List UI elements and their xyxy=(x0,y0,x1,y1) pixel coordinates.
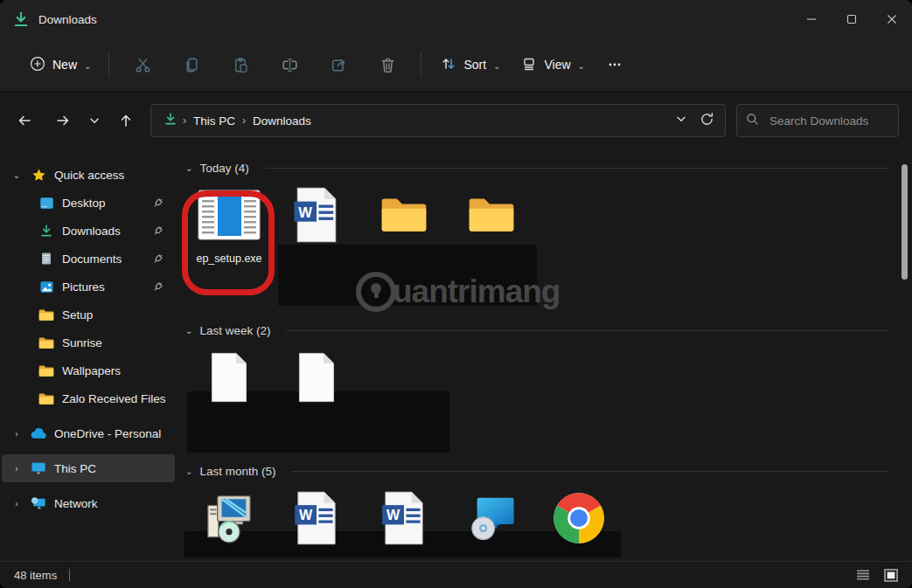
sidebar-item-label: This PC xyxy=(54,462,96,475)
sidebar-item-this-pc[interactable]: › This PC xyxy=(2,454,175,482)
toolbar-separator xyxy=(421,52,421,78)
maximize-button[interactable] xyxy=(832,0,872,38)
paste-button[interactable] xyxy=(216,47,265,82)
file-item-disc-image[interactable] xyxy=(448,485,535,555)
rename-button[interactable] xyxy=(265,47,314,82)
share-icon xyxy=(330,56,348,74)
sidebar-item-label: Network xyxy=(54,497,98,510)
view-button-label: View xyxy=(544,58,570,72)
downloads-icon xyxy=(38,223,54,239)
refresh-button[interactable] xyxy=(700,112,714,130)
sidebar-item-desktop[interactable]: Desktop xyxy=(2,189,175,217)
folder-icon xyxy=(38,307,54,322)
toolbar-separator xyxy=(108,52,109,78)
delete-button[interactable] xyxy=(363,47,412,82)
sidebar-item-sunrise[interactable]: Sunrise xyxy=(2,329,175,356)
file-item-legacy-installer[interactable] xyxy=(185,485,273,555)
watermark: uantrimang xyxy=(356,272,560,312)
details-view-button[interactable] xyxy=(853,565,874,585)
file-item-chrome[interactable] xyxy=(535,485,623,555)
document-icon xyxy=(38,251,54,266)
group-divider xyxy=(291,471,889,472)
forward-button[interactable] xyxy=(47,105,79,136)
plus-circle-icon xyxy=(30,56,45,74)
chevron-down-icon[interactable]: ⌄ xyxy=(185,163,192,173)
minimize-button[interactable] xyxy=(791,0,832,38)
file-item-folder[interactable] xyxy=(448,182,535,266)
cut-button[interactable] xyxy=(118,47,167,82)
word-document-icon: W xyxy=(295,485,338,551)
new-button-label: New xyxy=(52,58,77,72)
sidebar-item-label: Desktop xyxy=(62,197,106,210)
chevron-right-icon[interactable]: › xyxy=(10,429,23,439)
copy-button[interactable] xyxy=(167,47,216,82)
sidebar-item-setup[interactable]: Setup xyxy=(2,301,175,329)
chevron-down-icon xyxy=(88,114,101,127)
file-item-word-document[interactable]: W xyxy=(273,485,360,555)
chevron-right-icon[interactable]: › xyxy=(10,499,23,508)
file-list-pane: uantrimang ⌄ Today (4) ep_setup.exe W xyxy=(177,149,912,561)
file-item-word-document[interactable]: W xyxy=(273,182,360,266)
breadcrumb-this-pc[interactable]: This PC xyxy=(188,111,240,131)
ellipsis-icon xyxy=(607,57,623,73)
blank-file-icon xyxy=(296,344,337,411)
search-input[interactable] xyxy=(768,114,881,128)
view-button[interactable]: View ⌄ xyxy=(511,49,595,81)
group-divider xyxy=(286,330,889,331)
sort-button[interactable]: Sort ⌄ xyxy=(430,49,511,81)
breadcrumb-downloads[interactable]: Downloads xyxy=(247,111,317,131)
desktop-icon xyxy=(38,195,54,211)
sidebar-item-network[interactable]: › Network xyxy=(2,489,175,517)
view-icon xyxy=(521,56,537,74)
chevron-down-icon[interactable]: ⌄ xyxy=(185,326,192,336)
more-options-button[interactable] xyxy=(595,47,634,82)
group-header-label[interactable]: Last month (5) xyxy=(199,465,275,478)
sidebar-item-onedrive[interactable]: › OneDrive - Personal xyxy=(2,419,175,447)
downloads-icon xyxy=(12,10,30,28)
sidebar-item-label: Downloads xyxy=(62,225,121,238)
navigation-bar: › This PC › Downloads xyxy=(0,93,912,149)
sidebar-item-pictures[interactable]: Pictures xyxy=(2,273,175,301)
file-item-blank-file[interactable] xyxy=(273,344,360,414)
sidebar-item-documents[interactable]: Documents xyxy=(2,245,175,273)
breadcrumb-chevron-icon: › xyxy=(181,114,188,127)
large-thumbnails-view-button[interactable] xyxy=(881,565,902,585)
folder-icon xyxy=(379,182,429,248)
back-button[interactable] xyxy=(9,105,40,136)
item-count: 48 items xyxy=(14,569,57,582)
chevron-down-icon[interactable]: ⌄ xyxy=(10,170,23,180)
sidebar-item-downloads[interactable]: Downloads xyxy=(2,217,175,245)
address-dropdown-button[interactable] xyxy=(675,113,687,128)
sidebar-item-zalo-received-files[interactable]: Zalo Received Files xyxy=(2,384,175,412)
group-divider xyxy=(265,168,889,169)
sidebar-item-label: Wallpapers xyxy=(62,364,121,377)
sidebar-item-wallpapers[interactable]: Wallpapers xyxy=(2,356,175,384)
file-item-blank-file[interactable] xyxy=(185,344,273,414)
chevron-down-icon xyxy=(675,113,687,125)
search-box[interactable] xyxy=(736,104,899,137)
chevron-right-icon[interactable]: › xyxy=(10,464,23,474)
legacy-installer-icon xyxy=(204,485,254,551)
new-button[interactable]: New ⌄ xyxy=(21,50,100,80)
chevron-down-icon[interactable]: ⌄ xyxy=(185,467,192,476)
file-item-word-document[interactable]: W xyxy=(360,485,448,555)
group-header-label[interactable]: Last week (2) xyxy=(199,324,270,337)
up-button[interactable] xyxy=(110,105,142,136)
picture-icon xyxy=(38,279,54,294)
folder-icon xyxy=(466,182,517,248)
sidebar-item-label: Pictures xyxy=(62,280,105,294)
file-explorer-window: Downloads New ⌄ xyxy=(0,0,912,588)
this-pc-icon xyxy=(31,460,46,476)
vertical-scrollbar-thumb[interactable] xyxy=(902,164,908,280)
copy-icon xyxy=(183,56,201,74)
close-button[interactable] xyxy=(872,0,912,38)
window-title: Downloads xyxy=(38,13,97,26)
chevron-down-icon: ⌄ xyxy=(578,61,585,71)
address-bar[interactable]: › This PC › Downloads xyxy=(150,104,726,137)
recent-locations-button[interactable] xyxy=(79,105,110,136)
file-item-folder[interactable] xyxy=(360,182,448,266)
share-button[interactable] xyxy=(314,47,363,82)
sidebar-item-quick-access[interactable]: ⌄ Quick access xyxy=(2,161,175,189)
title-bar: Downloads xyxy=(0,0,912,38)
group-header-label[interactable]: Today (4) xyxy=(199,162,248,175)
